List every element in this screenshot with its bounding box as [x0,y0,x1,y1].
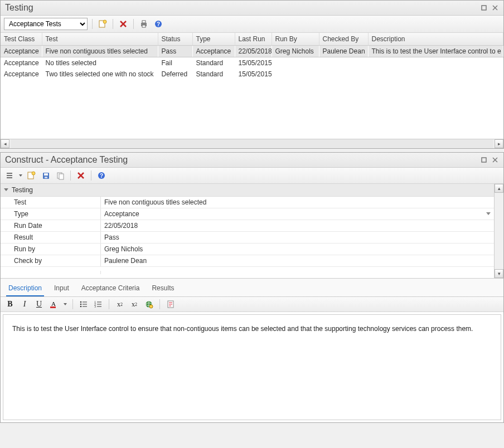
prop-value-result[interactable]: Pass [101,232,494,243]
delete-icon[interactable] [75,170,86,181]
prop-label-rundate: Run Date [1,220,101,231]
svg-point-4 [103,20,106,23]
prop-row-rundate[interactable]: Run Date 22/05/2018 [1,220,494,232]
svg-text:A: A [51,300,56,307]
menu-dropdown-icon[interactable] [18,171,22,180]
cell-test-class: Acceptance [1,69,42,80]
help-icon[interactable]: ? [153,18,164,30]
tab-description[interactable]: Description [6,282,44,296]
tab-results[interactable]: Results [149,282,176,296]
bullet-list-button[interactable] [79,299,89,309]
toolbar-separator [133,19,134,29]
window-maximize-icon[interactable] [480,4,488,12]
scroll-right-icon[interactable]: ▸ [495,139,503,148]
cell-test: Two titles selected one with no stock [42,69,158,80]
insert-note-button[interactable] [166,299,176,309]
svg-point-33 [80,304,82,305]
prop-row-runby[interactable]: Run by Greg Nichols [1,244,494,255]
col-last-run[interactable]: Last Run [235,33,272,46]
cell-checked-by [319,69,368,80]
scroll-down-icon[interactable]: ▾ [495,269,503,278]
cell-status: Fail [158,57,192,69]
property-grid: Testing Test Five non contiguous titles … [1,184,494,278]
cell-last-run: 15/05/2015 [235,69,272,80]
superscript-button[interactable]: x2 [115,299,125,309]
col-run-by[interactable]: Run By [272,33,319,46]
toolbar-separator [91,171,91,181]
table-row[interactable]: AcceptanceNo titles selectedFailStandard… [1,57,503,69]
col-description[interactable]: Description [368,33,503,46]
new-item-icon[interactable] [97,18,108,30]
cell-type: Acceptance [192,46,235,57]
svg-text:?: ? [100,173,103,179]
property-group-testing[interactable]: Testing [1,184,494,197]
window-maximize-icon[interactable] [480,156,488,164]
hyperlink-button[interactable] [144,299,154,309]
bold-button[interactable]: B [5,299,15,309]
prop-row-result[interactable]: Result Pass [1,232,494,244]
toolbar-separator [113,19,113,29]
svg-text:?: ? [157,21,160,27]
testing-title: Testing [5,3,33,13]
scroll-up-icon[interactable]: ▴ [495,184,503,193]
table-row[interactable]: AcceptanceFive non contiguous titles sel… [1,46,503,57]
prop-row-checkby[interactable]: Check by Paulene Dean [1,255,494,267]
menu-icon[interactable] [4,170,15,181]
help-icon[interactable]: ? [96,170,107,181]
svg-rect-21 [44,173,48,176]
cell-run-by: Greg Nichols [272,46,319,57]
prop-value-type[interactable]: Acceptance [101,208,494,220]
prop-value-rundate[interactable]: 22/05/2018 [101,220,494,231]
scroll-left-icon[interactable]: ◂ [1,139,9,148]
col-test-class[interactable]: Test Class [1,33,42,46]
cell-last-run: 22/05/2018 [235,46,272,57]
rich-text-toolbar: B I U A 123 x2 x2 [1,297,503,312]
numbered-list-button[interactable]: 123 [93,299,103,309]
horizontal-scrollbar[interactable]: ◂ ▸ [1,139,503,148]
font-color-dropdown-icon[interactable] [63,300,67,309]
construct-panel: Construct - Acceptance Testing ? Te [0,152,504,423]
svg-rect-24 [59,174,64,179]
window-close-icon[interactable] [491,156,499,164]
italic-button[interactable]: I [20,299,30,309]
vertical-scrollbar[interactable]: ▴ ▾ [494,184,503,278]
prop-row-type[interactable]: Type Acceptance [1,208,494,220]
svg-rect-12 [482,158,486,162]
cell-checked-by [319,57,368,69]
cell-test-class: Acceptance [1,46,42,57]
prop-value-runby[interactable]: Greg Nichols [101,244,494,255]
window-close-icon[interactable] [491,4,499,12]
col-type[interactable]: Type [192,33,235,46]
test-filter-dropdown[interactable]: Acceptance Tests [4,18,88,30]
underline-button[interactable]: U [34,299,44,309]
subscript-button[interactable]: x2 [129,299,139,309]
cell-test-class: Acceptance [1,57,42,69]
font-color-button[interactable]: A [49,299,59,309]
col-checked-by[interactable]: Checked By [319,33,368,46]
tab-acceptance-criteria[interactable]: Acceptance Criteria [79,282,142,296]
grid-header-row: Test Class Test Status Type Last Run Run… [1,33,503,46]
prop-value-checkby[interactable]: Paulene Dean [101,255,494,266]
prop-row-test[interactable]: Test Five non contiguous titles selected [1,197,494,208]
cell-test: Five non contiguous titles selected [42,46,158,57]
delete-icon[interactable] [118,18,129,30]
prop-row-empty [1,267,494,278]
table-row[interactable]: AcceptanceTwo titles selected one with n… [1,69,503,80]
toolbar-separator [159,299,160,309]
testing-panel: Testing Acceptance Tests ? [0,0,504,149]
svg-point-31 [80,301,82,303]
col-status[interactable]: Status [158,33,192,46]
svg-rect-9 [142,25,146,27]
tab-input[interactable]: Input [52,282,71,296]
property-area: Testing Test Five non contiguous titles … [1,184,503,279]
col-test[interactable]: Test [42,33,158,46]
svg-rect-0 [482,6,486,10]
copy-icon[interactable] [55,170,66,181]
new-item-icon[interactable] [26,170,37,181]
scroll-thumb[interactable] [11,139,493,148]
prop-value-test[interactable]: Five non contiguous titles selected [101,197,494,208]
print-icon[interactable] [138,18,149,30]
save-icon[interactable] [40,170,51,181]
prop-label-test: Test [1,197,101,208]
description-editor[interactable]: This is to test the User Interface contr… [3,314,501,420]
